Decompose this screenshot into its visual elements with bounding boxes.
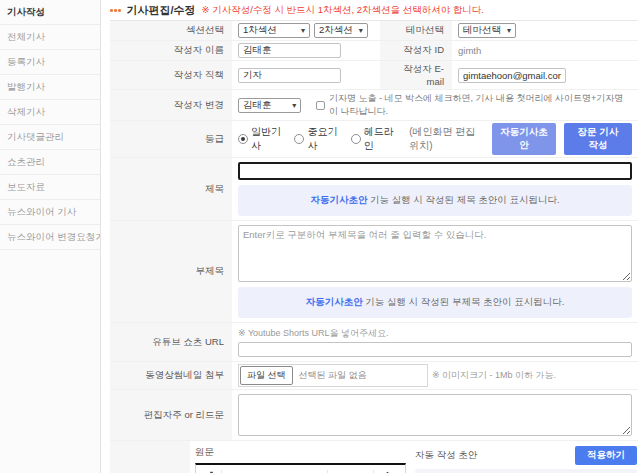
author-email-input[interactable] [458, 68, 566, 83]
subtitle-textarea[interactable] [238, 225, 632, 282]
body-editor-label-cell [110, 441, 190, 473]
youtube-url-note: ※ Youtube Shorts URL을 넣어주세요. [238, 327, 632, 340]
radio-icon[interactable] [238, 134, 248, 144]
row-grade: 등급 일반기사 중요기사 헤드라인 (메인화면 편집위치) 자동기사초안 장문 … [110, 121, 638, 158]
font-color-icon[interactable]: A▾ [331, 467, 350, 473]
reporter-name-exposure-note: 기자명 노출 - 네모 박스에 체크하면, 기사 내용 첫머리에 사이트명+기자… [329, 92, 632, 118]
subtitle-label: 부제목 [110, 221, 232, 322]
author-change-select[interactable]: 김태훈▾ [238, 98, 301, 113]
author-id-label: 작성자 ID [380, 41, 452, 60]
theme-select[interactable]: 테마선택▾ [458, 23, 516, 38]
author-name-label: 작성자 이름 [110, 41, 232, 60]
row-title: 제목 자동기사초안 기능 실행 시 작성된 제목 초안이 표시됩니다. [110, 158, 638, 221]
author-name-input[interactable] [238, 43, 341, 58]
pen-icon[interactable] [377, 467, 396, 473]
auto-draft-label: 자동 작성 초안 [415, 449, 477, 462]
row-body-editor: 원문 B I U x₂ x² [110, 441, 638, 473]
auto-draft-column: 자동 작성 초안 적용하기 자동기사초안 기능 실행 시 작성된 기사 초안이 … [415, 446, 637, 473]
no-file-text: 선택된 파일 없음 [299, 369, 367, 382]
auto-draft-box: 자동기사초안 기능 실행 시 작성된 기사 초안이 표시됩니다. [415, 469, 637, 473]
chevron-down-icon: ▾ [507, 26, 511, 35]
primary-section-select[interactable]: 1차섹션▾ [238, 23, 310, 38]
sidebar-item-write[interactable]: 기사작성 [0, 0, 100, 25]
bold-icon[interactable]: B [225, 467, 244, 473]
chevron-down-icon: ▾ [292, 101, 296, 110]
author-jobtitle-label: 작성자 직책 [110, 61, 232, 89]
sidebar-item-published-articles[interactable]: 발행기사 [0, 75, 100, 100]
editor-note-label: 편집자주 or 리드문 [110, 390, 232, 440]
author-id-value: gimth [458, 45, 481, 56]
title-draft-notice: 자동기사초안 기능 실행 시 작성된 제목 초안이 표시됩니다. [238, 185, 632, 216]
radio-icon[interactable] [351, 134, 361, 144]
sidebar-item-shorts-management[interactable]: 쇼츠관리 [0, 150, 100, 175]
sidebar-item-newswire-change-request[interactable]: 뉴스와이어 변경요청기사 [0, 225, 100, 250]
required-section-notice: ※ 기사작성/수정 시 반드시 1차섹션, 2차섹션을 선택하셔야 합니다. [202, 4, 484, 17]
page-title: 기사편집/수정 [127, 3, 196, 18]
auto-draft-button[interactable]: 자동기사초안 [492, 123, 556, 155]
youtube-url-input[interactable] [238, 342, 632, 357]
author-email-label: 작성자 E-mail [380, 61, 452, 89]
sidebar-item-all-articles[interactable]: 전체기사 [0, 25, 100, 50]
original-label: 원문 [195, 446, 406, 459]
row-section-theme: 섹션선택 1차섹션▾ 2차섹션▾ 테마선택 테마선택▾ [110, 21, 638, 41]
superscript-icon[interactable]: x² [305, 467, 324, 473]
editor-note-textarea[interactable] [238, 394, 632, 436]
subscript-icon[interactable]: x₂ [285, 467, 304, 473]
sidebar-item-newswire-articles[interactable]: 뉴스와이어 기사 [0, 200, 100, 225]
sidebar: 기사작성 전체기사 등록기사 발행기사 삭제기사 기사댓글관리 쇼츠관리 보도자… [0, 0, 101, 473]
row-subtitle: 부제목 자동기사초안 기능 실행 시 작성된 부제목 초안이 표시됩니다. [110, 221, 638, 323]
title-label: 제목 [110, 158, 232, 220]
grade-option-important[interactable]: 중요기사 [294, 125, 338, 153]
chevron-down-icon: ▾ [301, 26, 305, 35]
title-input[interactable] [238, 162, 632, 180]
section-select-label: 섹션선택 [110, 21, 232, 40]
section-marker-icon [110, 9, 121, 12]
author-change-label: 작성자 변경 [110, 90, 232, 120]
row-youtube-url: 유튜브 쇼츠 URL ※ Youtube Shorts URL을 넣어주세요. [110, 323, 638, 362]
original-column: 원문 B I U x₂ x² [195, 446, 406, 473]
sidebar-item-comment-management[interactable]: 기사댓글관리 [0, 125, 100, 150]
file-select-button[interactable]: 파일 선택 [240, 366, 293, 385]
thumbnail-size-note: ※ 이미지크기 - 1Mb 이하 가능. [432, 369, 556, 382]
row-name-id: 작성자 이름 작성자 ID gimth [110, 41, 638, 61]
reporter-name-exposure-checkbox[interactable] [316, 101, 325, 110]
grade-option-headline[interactable]: 헤드라인 [351, 125, 395, 153]
underline-icon[interactable]: U [265, 467, 284, 473]
radio-icon[interactable] [294, 134, 304, 144]
sidebar-item-press-release[interactable]: 보도자료 [0, 175, 100, 200]
sidebar-item-deleted-articles[interactable]: 삭제기사 [0, 100, 100, 125]
article-edit-panel: 기사편집/수정 ※ 기사작성/수정 시 반드시 1차섹션, 2차섹션을 선택하셔… [110, 0, 638, 473]
grade-position-note: (메인화면 편집위치) [409, 125, 484, 153]
sidebar-item-registered-articles[interactable]: 등록기사 [0, 50, 100, 75]
youtube-url-label: 유튜브 쇼츠 URL [110, 323, 232, 361]
row-editor-note: 편집자주 or 리드문 [110, 390, 638, 441]
article-form: 섹션선택 1차섹션▾ 2차섹션▾ 테마선택 테마선택▾ 작성자 이름 [110, 20, 638, 473]
font-size-icon[interactable]: T▾ [351, 467, 370, 473]
row-thumbnail: 동영상썸네일 첨부 파일 선택 선택된 파일 없음 ※ 이미지크기 - 1Mb … [110, 362, 638, 390]
fullscreen-icon[interactable] [199, 467, 218, 473]
theme-select-label: 테마선택 [380, 21, 452, 40]
italic-icon[interactable]: I [245, 467, 264, 473]
toolbar-row-1: B I U x₂ x² A▾ T▾ [196, 465, 405, 473]
grade-label: 등급 [110, 121, 232, 157]
row-author-change: 작성자 변경 김태훈▾ 기자명 노출 - 네모 박스에 체크하면, 기사 내용 … [110, 90, 638, 121]
chevron-down-icon: ▾ [359, 26, 363, 35]
secondary-section-select[interactable]: 2차섹션▾ [314, 23, 368, 38]
thumbnail-label: 동영상썸네일 첨부 [110, 362, 232, 389]
page-header: 기사편집/수정 ※ 기사작성/수정 시 반드시 1차섹션, 2차섹션을 선택하셔… [110, 0, 638, 20]
subtitle-draft-notice: 자동기사초안 기능 실행 시 작성된 부제목 초안이 표시됩니다. [238, 287, 632, 318]
long-article-button[interactable]: 장문 기사 작성 [564, 123, 632, 155]
thumbnail-file-input[interactable]: 파일 선택 선택된 파일 없음 [238, 364, 428, 387]
grade-option-normal[interactable]: 일반기사 [238, 125, 282, 153]
author-jobtitle-input[interactable] [238, 68, 341, 83]
apply-button[interactable]: 적용하기 [575, 446, 637, 465]
wysiwyg-editor: B I U x₂ x² A▾ T▾ [195, 463, 406, 473]
row-jobtitle-email: 작성자 직책 작성자 E-mail [110, 61, 638, 90]
